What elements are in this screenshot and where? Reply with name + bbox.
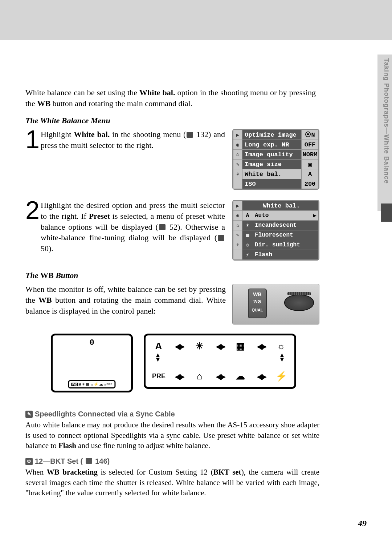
content: White balance can be set using the White… (0, 40, 343, 516)
step-1-text: Highlight White bal. in the shooting men… (41, 129, 232, 150)
whitebal-submenu-screen: ▶White bal. ◉AAuto▶ ⌂☀Incandescent ✎▦Flu… (232, 200, 319, 261)
bold-flash: Flash (58, 441, 76, 450)
page: ◧ Taking Photographs—White Balance White… (0, 0, 392, 540)
wb-header: White bal. (242, 201, 318, 210)
lr-arrow-icon: ◀▶ (257, 372, 265, 381)
menu-camera-icon: ◉ (233, 211, 242, 220)
cp-a: A (78, 382, 81, 387)
text: and use fine tuning to adjust white bala… (76, 441, 210, 450)
sunlight-icon: ☼ (90, 382, 93, 387)
note-title-text: 146) (95, 457, 110, 466)
note-body-text: Auto white balance may not produce the d… (25, 420, 319, 451)
cycle-pre: PRE (152, 372, 165, 380)
text: button and rotating the main command dia… (25, 295, 226, 315)
step-2-text: Highlight the desired option and press t… (41, 200, 232, 254)
section-title-wb-button: The WB Button (25, 271, 319, 280)
flash-icon: ⚡ (94, 382, 99, 387)
shade-icon: ⌂ (193, 371, 206, 382)
note-speedlights: ✎ Speedlights Connected via a Sync Cable… (25, 410, 319, 451)
protect-icon: ?/⊘ (249, 299, 266, 304)
menu-icon (233, 179, 242, 189)
lr-arrow-icon: ◀▶ (257, 342, 265, 351)
bold-wbbracketing: WB bracketing (47, 468, 98, 476)
incandescent-icon: ☀ (193, 340, 206, 352)
lr-arrow-icon: ◀▶ (175, 372, 183, 381)
menu-whitebal-val: A (301, 169, 318, 179)
bold-bktset: BKT set (213, 468, 241, 476)
wb-tag: WB (71, 383, 78, 386)
wb-auto-label: Auto (253, 211, 311, 220)
sunlight-icon: ☼ (275, 340, 288, 352)
cloudy-icon: ☁ (99, 382, 103, 387)
wb-button-paragraph: When the monitor is off, white balance c… (25, 284, 232, 316)
menu-iso-label: ISO (242, 179, 301, 189)
qual-label: QUAL (249, 308, 266, 312)
incandescent-icon: ☀ (242, 221, 253, 230)
bold-wb: WB (38, 295, 52, 305)
shade-icon: ⌂ (103, 382, 106, 387)
wb-button-section: When the monitor is off, white balance c… (25, 284, 319, 325)
note-title-text: Speedlights Connected via a Sync Cable (35, 410, 175, 418)
cp-wb-indicator: WB A ☀ ▦ ☼ ⚡ ☁ ⌂ PRE (68, 380, 115, 388)
step-number-1: 1 (25, 129, 38, 151)
text: The (25, 271, 40, 280)
camera-top-diagram: WB ?/⊘ QUAL (232, 284, 319, 325)
menu-play-icon: ▶ (233, 201, 242, 210)
wb-sunlight-label: Dir. sunlight (253, 240, 318, 250)
incandescent-icon: ☀ (82, 382, 85, 387)
menu-quality-val: NORM (301, 150, 318, 159)
text: Button (54, 271, 78, 280)
arrow-right-icon: ▶ (311, 211, 318, 220)
menu-icon (233, 250, 242, 259)
note-body-text: When WB bracketing is selected for Custo… (25, 467, 319, 498)
shooting-menu-screen: ▶Optimize image⦿N ◉Long exp. NROFF ⌂Imag… (232, 129, 319, 190)
menu-optimize-label: Optimize image (242, 130, 301, 140)
intro-bold-wb: WB (37, 99, 50, 108)
menu-pencil-icon: ✎ (233, 160, 242, 169)
wb-label: WB (249, 291, 266, 297)
menu-play-icon: ▶ (233, 130, 242, 140)
menu-icon: ⌂ (233, 150, 242, 159)
intro-bold-whitebal: White bal. (139, 88, 175, 97)
side-tab-label: Taking Photographs—White Balance (377, 55, 392, 211)
wb-flash-label: Flash (253, 250, 318, 259)
menu-whitebal-label: White bal. (242, 169, 301, 179)
wb-fluorescent-label: Fluorescent (253, 230, 318, 240)
page-ref-icon (86, 458, 92, 464)
cycle-auto: A (152, 340, 165, 352)
menu-icon: ⌂ (233, 221, 242, 230)
control-panel-display: 0 WB A ☀ ▦ ☼ ⚡ ☁ ⌂ PRE (51, 334, 133, 392)
intro-text: White balance can be set using the (25, 88, 139, 97)
wb-qual-button: WB ?/⊘ QUAL (248, 289, 267, 318)
page-ref-icon (218, 235, 224, 241)
text: When (25, 468, 47, 476)
menu-setup-icon: ⚘ (233, 169, 242, 179)
ud-arrow-icon: ▲▼ (278, 353, 286, 362)
fluorescent-icon: ▦ (242, 230, 253, 240)
bold-wb: WB (40, 271, 54, 280)
ud-arrow-icon: ▲▼ (154, 353, 162, 362)
fluorescent-icon: ▦ (234, 340, 247, 352)
step-number-2: 2 (25, 200, 38, 222)
note-bkt-set: ⚙ 12—BKT Set ( 146) When WB bracketing i… (25, 457, 319, 498)
wb-auto-icon: A (242, 211, 253, 220)
cp-pre: PRE (106, 383, 112, 386)
menu-longexp-val: OFF (301, 140, 318, 149)
wb-incandescent-label: Incandescent (253, 221, 318, 230)
lr-arrow-icon: ◀▶ (216, 342, 224, 351)
bold-preset: Preset (89, 211, 110, 221)
cp-zero-indicator: 0 (89, 338, 94, 347)
lr-arrow-icon: ◀▶ (175, 342, 183, 351)
flash-icon: ⚡ (275, 371, 288, 382)
sunlight-icon: ☼ (242, 240, 253, 250)
section-title-wb-menu: The White Balance Menu (25, 116, 319, 125)
text: in the shooting menu ( (110, 130, 186, 139)
menu-quality-label: Image quality (242, 150, 301, 159)
fluorescent-icon: ▦ (86, 382, 89, 387)
command-dial (284, 294, 314, 311)
step-2-row: 2 Highlight the desired option and press… (25, 200, 319, 261)
menu-iso-val: 200 (301, 179, 318, 189)
menu-setup-icon: ⚘ (233, 240, 242, 250)
pencil-note-icon: ✎ (25, 411, 33, 418)
step-1-row: 1 Highlight White bal. in the shooting m… (25, 129, 319, 190)
